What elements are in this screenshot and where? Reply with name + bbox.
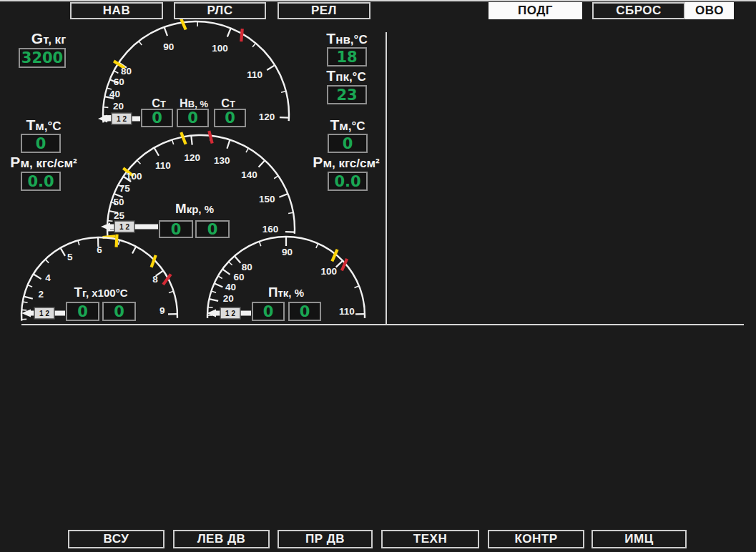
bottom-button-tekhn[interactable]: ТЕХН [381, 530, 479, 548]
top-button-ovo[interactable]: ОВО [685, 2, 734, 19]
needle-pointer: 1 2 [21, 307, 65, 319]
rotor-speed-gauge-title: НВ, % [180, 97, 208, 109]
needle-pointer: 1 2 [207, 307, 251, 319]
scale-label: 120 [185, 152, 201, 163]
top-button-nav[interactable]: НАВ [70, 2, 163, 19]
tick [316, 244, 318, 248]
rotor-speed-gauge-title: СТ [221, 97, 235, 109]
param-label-tnv: Тнв,°С [311, 30, 383, 47]
gas-temp-gauge-readout: 0 [66, 302, 99, 321]
tick [336, 261, 343, 267]
param-value-pm-left: 0.0 [21, 172, 61, 191]
scale-label: 110 [155, 160, 171, 171]
tick [252, 43, 255, 46]
tick [172, 139, 174, 144]
scale-label: 50 [113, 197, 124, 207]
scale-label: 8 [152, 274, 158, 285]
needle-tag-label: 1 2 [119, 223, 129, 231]
tick [45, 260, 49, 263]
param-label-pm-left: Рм, кгс/см² [8, 154, 79, 171]
bottom-button-pr-dv[interactable]: ПР ДВ [278, 530, 373, 548]
limit-mark-yellow [181, 132, 185, 144]
tick [191, 136, 192, 145]
bottom-button-vsu[interactable]: ВСУ [68, 530, 165, 548]
limit-mark-red [241, 29, 242, 41]
tick [118, 240, 119, 245]
scale-label: 5 [67, 252, 73, 262]
scale-label: 60 [233, 272, 244, 282]
top-button-rls[interactable]: РЛС [174, 2, 266, 19]
scale-label: 100 [212, 43, 228, 54]
top-button-rel[interactable]: РЕЛ [278, 2, 370, 19]
tick [165, 27, 167, 36]
scale-label: 150 [259, 194, 275, 204]
scale-label: 110 [247, 69, 262, 80]
tick [139, 41, 142, 46]
torque-gauge-readout: 0 [159, 220, 193, 238]
param-label-pm-right: Рм, кгс/см² [310, 154, 382, 171]
bottom-button-kontr[interactable]: КОНТР [488, 530, 584, 548]
tick [354, 286, 358, 288]
needle-tag-label: 1 2 [39, 310, 49, 317]
tick [34, 274, 41, 279]
scale-label: 130 [214, 155, 230, 166]
tick [208, 307, 213, 308]
compressor-rpm-gauge-readout: 0 [252, 302, 285, 321]
scale-label: 80 [121, 66, 132, 77]
scale-label: 80 [242, 262, 252, 272]
tick [24, 297, 33, 299]
param-value-gt-fuel: 3200 [19, 48, 66, 68]
tick [258, 160, 265, 167]
tick [281, 91, 286, 92]
bottom-button-imts[interactable]: ИМЦ [591, 530, 687, 548]
tick [169, 291, 174, 292]
rotor-speed-gauge-readout: 0 [214, 109, 246, 127]
top-button-podg[interactable]: ПОДГ [489, 2, 582, 19]
scale-label: 9 [159, 305, 165, 316]
top-button-sbros[interactable]: СБРОС [592, 2, 685, 19]
needle-tag-label: 1 2 [225, 310, 235, 317]
param-value-tnv: 18 [327, 47, 367, 66]
scale-label: 100 [320, 266, 337, 277]
scale-label: 40 [109, 89, 120, 99]
param-label-tpk: Тпк,°С [310, 67, 382, 84]
scale-label: 2 [38, 289, 44, 300]
compressor-rpm-gauge: 20406080901001101 2 [207, 237, 365, 319]
param-value-tm-left: 0 [21, 134, 61, 153]
tick [274, 176, 278, 179]
needle-pointer: 1 2 [98, 113, 140, 124]
limit-mark-yellow [181, 18, 186, 30]
scale-label: 90 [163, 41, 174, 52]
torque-gauge-title: Мкр, % [175, 202, 214, 216]
tick [114, 71, 118, 73]
tick [227, 28, 231, 36]
tick [235, 256, 241, 263]
scale-label: 40 [225, 282, 236, 292]
scale-label: 25 [114, 210, 125, 221]
rotor-speed-gauge-readout: 0 [177, 109, 209, 127]
tick [61, 248, 66, 256]
tick [107, 221, 112, 222]
param-value-tm-right: 0 [328, 134, 368, 153]
param-value-pm-right: 0.0 [328, 172, 368, 191]
tick [259, 242, 260, 247]
needle-tag-label: 1 2 [117, 115, 127, 123]
tick [215, 283, 223, 287]
gas-temp-gauge: 2456891 2 [21, 235, 177, 321]
rotor-speed-gauge-readout: 0 [141, 109, 173, 127]
compressor-rpm-gauge-title: Птк, % [268, 286, 304, 300]
scale-label: 60 [114, 77, 124, 87]
param-label-tm-left: Тм,°С [15, 117, 72, 134]
param-label-gt-fuel: Gт, кг [13, 30, 84, 47]
tick [103, 107, 108, 108]
tick [209, 299, 218, 301]
scale-label: 6 [97, 245, 102, 255]
tick [227, 139, 230, 148]
tick [279, 194, 288, 197]
param-value-tpk: 23 [327, 85, 367, 104]
tick [23, 302, 28, 302]
gas-temp-gauge-readout: 0 [102, 302, 136, 321]
scale-label: 90 [282, 247, 293, 257]
bottom-button-lev-dv[interactable]: ЛЕВ ДВ [173, 530, 270, 548]
limit-mark-red [209, 131, 212, 143]
